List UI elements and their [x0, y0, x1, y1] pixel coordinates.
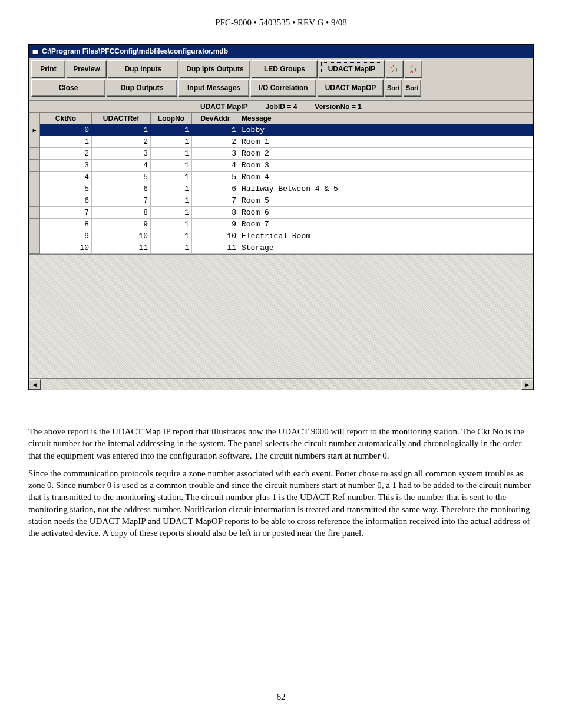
udact-mapop-button[interactable]: UDACT MapOP	[318, 79, 384, 97]
table-row[interactable]: 5616Hallway Between 4 & 5	[29, 183, 533, 195]
cell-loop[interactable]: 1	[151, 195, 192, 207]
cell-ref[interactable]: 1	[92, 124, 151, 136]
row-selector[interactable]	[29, 183, 40, 195]
row-selector[interactable]	[29, 242, 40, 254]
table-row[interactable]: 1011111Storage	[29, 242, 533, 254]
col-devaddr[interactable]: DevAddr	[192, 113, 239, 124]
io-correlation-button[interactable]: I/O Correlation	[250, 79, 316, 97]
cell-ckt[interactable]: 0	[40, 124, 92, 136]
cell-addr[interactable]: 9	[192, 219, 239, 230]
cell-addr[interactable]: 1	[192, 124, 239, 136]
cell-ref[interactable]: 5	[92, 172, 151, 183]
col-loopno[interactable]: LoopNo	[151, 113, 192, 124]
sort-desc-button[interactable]: ZA↓	[405, 60, 422, 78]
cell-message[interactable]: Room 6	[239, 207, 533, 219]
cell-addr[interactable]: 5	[192, 172, 239, 183]
cell-ckt[interactable]: 10	[40, 242, 92, 254]
dup-inputs-button[interactable]: Dup Inputs	[108, 60, 178, 78]
cell-ref[interactable]: 2	[92, 136, 151, 148]
table-row[interactable]: 3414Room 3	[29, 160, 533, 172]
cell-addr[interactable]: 4	[192, 160, 239, 172]
table-row[interactable]: 6717Room 5	[29, 195, 533, 207]
cell-ref[interactable]: 6	[92, 183, 151, 195]
cell-message[interactable]: Electrical Room	[239, 230, 533, 242]
col-message[interactable]: Message	[239, 113, 533, 124]
cell-ref[interactable]: 3	[92, 148, 151, 160]
row-selector[interactable]: ▶	[29, 124, 40, 136]
table-row[interactable]: ▶0111Lobby	[29, 124, 533, 136]
row-selector[interactable]	[29, 148, 40, 160]
row-selector[interactable]	[29, 136, 40, 148]
cell-ref[interactable]: 9	[92, 219, 151, 230]
cell-addr[interactable]: 7	[192, 195, 239, 207]
cell-ckt[interactable]: 9	[40, 230, 92, 242]
row-selector[interactable]	[29, 172, 40, 183]
cell-ckt[interactable]: 8	[40, 219, 92, 230]
cell-addr[interactable]: 11	[192, 242, 239, 254]
cell-message[interactable]: Room 2	[239, 148, 533, 160]
cell-loop[interactable]: 1	[151, 148, 192, 160]
sort-button-2[interactable]: Sort	[404, 79, 421, 97]
cell-loop[interactable]: 1	[151, 183, 192, 195]
table-row[interactable]: 4515Room 4	[29, 172, 533, 183]
dup-outputs-button[interactable]: Dup Outputs	[107, 79, 177, 97]
cell-ref[interactable]: 4	[92, 160, 151, 172]
cell-addr[interactable]: 2	[192, 136, 239, 148]
cell-ref[interactable]: 10	[92, 230, 151, 242]
led-groups-button[interactable]: LED Groups	[252, 60, 318, 78]
scroll-left-button[interactable]: ◄	[29, 379, 41, 390]
row-selector[interactable]	[29, 230, 40, 242]
cell-addr[interactable]: 6	[192, 183, 239, 195]
col-udactref[interactable]: UDACTRef	[92, 113, 151, 124]
cell-message[interactable]: Room 7	[239, 219, 533, 230]
cell-loop[interactable]: 1	[151, 207, 192, 219]
udact-mapip-button[interactable]: UDACT MapIP	[319, 60, 385, 78]
cell-ckt[interactable]: 5	[40, 183, 92, 195]
cell-message[interactable]: Hallway Between 4 & 5	[239, 183, 533, 195]
table-row[interactable]: 8919Room 7	[29, 219, 533, 230]
input-messages-button[interactable]: Input Messages	[178, 79, 249, 97]
print-button[interactable]: Print	[31, 60, 65, 78]
scroll-track[interactable]	[41, 379, 521, 390]
table-row[interactable]: 2313Room 2	[29, 148, 533, 160]
cell-message[interactable]: Storage	[239, 242, 533, 254]
table-row[interactable]: 7818Room 6	[29, 207, 533, 219]
cell-loop[interactable]: 1	[151, 242, 192, 254]
sort-asc-button[interactable]: AZ↓	[386, 60, 404, 78]
row-selector[interactable]	[29, 219, 40, 230]
cell-ckt[interactable]: 4	[40, 172, 92, 183]
cell-ref[interactable]: 11	[92, 242, 151, 254]
cell-loop[interactable]: 1	[151, 124, 192, 136]
cell-ckt[interactable]: 3	[40, 160, 92, 172]
cell-message[interactable]: Room 3	[239, 160, 533, 172]
horizontal-scrollbar[interactable]: ◄ ►	[29, 378, 533, 390]
cell-ckt[interactable]: 1	[40, 136, 92, 148]
cell-message[interactable]: Room 1	[239, 136, 533, 148]
cell-loop[interactable]: 1	[151, 160, 192, 172]
dup-ipts-outputs-button[interactable]: Dup Ipts Outputs	[180, 60, 250, 78]
cell-addr[interactable]: 10	[192, 230, 239, 242]
cell-loop[interactable]: 1	[151, 230, 192, 242]
preview-button[interactable]: Preview	[67, 60, 107, 78]
cell-addr[interactable]: 8	[192, 207, 239, 219]
cell-ckt[interactable]: 2	[40, 148, 92, 160]
row-selector[interactable]	[29, 207, 40, 219]
cell-message[interactable]: Room 4	[239, 172, 533, 183]
cell-addr[interactable]: 3	[192, 148, 239, 160]
close-button[interactable]: Close	[31, 79, 105, 97]
cell-loop[interactable]: 1	[151, 219, 192, 230]
row-selector[interactable]	[29, 160, 40, 172]
cell-loop[interactable]: 1	[151, 136, 192, 148]
table-row[interactable]: 1212Room 1	[29, 136, 533, 148]
cell-loop[interactable]: 1	[151, 172, 192, 183]
cell-ref[interactable]: 8	[92, 207, 151, 219]
cell-message[interactable]: Lobby	[239, 124, 533, 136]
cell-ref[interactable]: 7	[92, 195, 151, 207]
cell-ckt[interactable]: 6	[40, 195, 92, 207]
scroll-right-button[interactable]: ►	[521, 379, 533, 390]
row-selector[interactable]	[29, 195, 40, 207]
cell-ckt[interactable]: 7	[40, 207, 92, 219]
col-cktno[interactable]: CktNo	[40, 113, 92, 124]
sort-button-1[interactable]: Sort	[385, 79, 402, 97]
cell-message[interactable]: Room 5	[239, 195, 533, 207]
